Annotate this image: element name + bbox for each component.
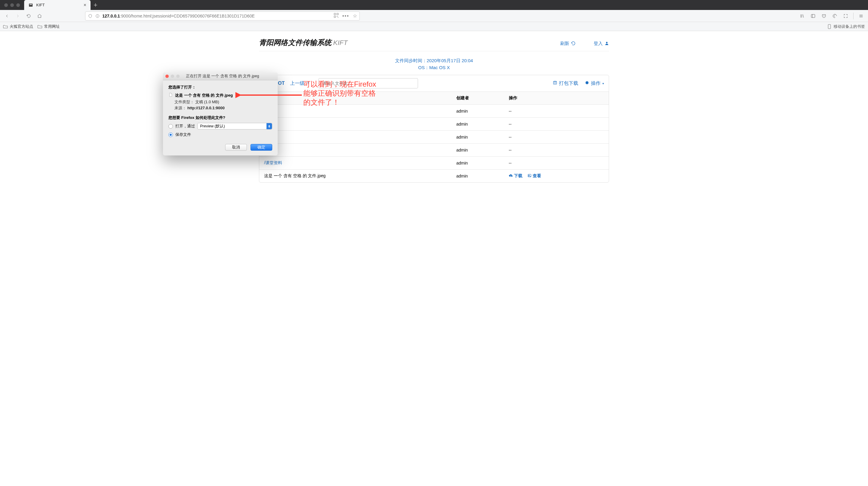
svg-point-4	[97, 15, 97, 15]
svg-rect-7	[334, 16, 336, 18]
new-tab-button[interactable]: +	[91, 1, 100, 9]
meatballs-icon[interactable]: •••	[342, 13, 349, 19]
download-dialog: 正在打开 这是 一个 含有 空格 的 文件.jpeg 您选择了打开： 这是 一个…	[163, 72, 278, 155]
col-name: 文件名	[259, 92, 452, 105]
dialog-source: 来源： http://127.0.0.1:9000	[175, 105, 272, 111]
file-name: 这是 一个 含有 空格 的 文件.jpeg	[259, 170, 452, 183]
svg-rect-10	[811, 14, 815, 18]
tab-title: KIFT	[36, 3, 45, 7]
bookmarks-bar: 火狐官方站点 常用网址 移动设备上的书签	[0, 22, 868, 31]
dialog-question: 您想要 Firefox 如何处理此文件?	[168, 115, 272, 120]
ok-button[interactable]: 确定	[250, 144, 272, 151]
dialog-filetype: 文件类型： 文稿 (1.0 MB)	[175, 99, 272, 105]
app-select[interactable]: Preview (默认)	[197, 123, 272, 129]
svg-rect-15	[828, 25, 831, 29]
radio-icon[interactable]	[168, 124, 173, 129]
status-info: 文件同步时间：2020年05月17日 20:04 OS：Mac OS X	[259, 51, 609, 75]
tab-close-icon[interactable]: ×	[84, 2, 86, 8]
sidebar-toggle-icon[interactable]	[809, 11, 817, 21]
dialog-titlebar[interactable]: 正在打开 这是 一个 含有 空格 的 文件.jpeg	[163, 72, 278, 80]
dialog-min-icon	[171, 74, 174, 78]
radio-save-file[interactable]: 保存文件	[168, 132, 272, 138]
table-row[interactable]: /音乐admin--	[259, 144, 609, 157]
favicon-icon	[28, 3, 33, 7]
table-row[interactable]: /图片admin--	[259, 118, 609, 131]
svg-rect-1	[30, 4, 32, 5]
library-icon[interactable]	[798, 11, 807, 21]
gear-icon	[585, 81, 589, 86]
image-icon	[528, 174, 531, 178]
cancel-button[interactable]: 取消	[225, 144, 247, 151]
chevron-down-icon: ▾	[602, 82, 604, 85]
dialog-filename: 这是 一个 含有 空格 的 文件.jpeg	[168, 92, 272, 98]
svg-rect-9	[338, 17, 338, 18]
pack-download-link[interactable]: 打包下载	[553, 80, 578, 87]
up-arrow-icon	[306, 81, 310, 86]
screenshot-icon[interactable]	[841, 11, 850, 21]
select-value: Preview (默认)	[200, 124, 225, 129]
package-icon	[553, 81, 557, 86]
ops-dropdown[interactable]: 操作 ▾	[585, 80, 604, 87]
browser-tab-bar: KIFT × +	[0, 0, 868, 10]
folder-icon	[37, 24, 42, 29]
dialog-chose-label: 您选择了打开：	[168, 85, 272, 90]
nav-forward-button[interactable]	[13, 11, 22, 21]
table-row[interactable]: 这是 一个 含有 空格 的 文件.jpeg admin 下载 查看	[259, 170, 609, 183]
dialog-max-icon	[176, 74, 180, 78]
file-panel: ROOT 上一级 打包下载 操作 ▾	[259, 75, 609, 183]
menu-icon[interactable]	[857, 11, 866, 21]
radio-open-with[interactable]: 打开，通过 Preview (默认)	[168, 123, 272, 129]
divider	[853, 13, 854, 19]
bookmark-item[interactable]: 火狐官方站点	[3, 24, 33, 29]
browser-tab[interactable]: KIFT ×	[24, 0, 91, 10]
refresh-link[interactable]: 刷新	[560, 41, 576, 47]
nav-back-button[interactable]	[2, 11, 11, 21]
folder-icon	[3, 24, 8, 29]
svg-rect-0	[29, 4, 33, 7]
address-bar[interactable]: 127.0.0.1:9000/home.html;jsessionid=CDD6…	[85, 11, 360, 21]
nav-reload-button[interactable]	[24, 11, 33, 21]
svg-point-16	[606, 42, 608, 43]
search-input[interactable]	[318, 78, 418, 88]
file-table: 文件名 创建者 操作 /视频admin-- /图片admin-- /文档admi…	[259, 91, 609, 182]
bookmark-item[interactable]: 常用网址	[37, 24, 60, 29]
login-link[interactable]: 登入	[594, 41, 609, 47]
window-controls	[0, 3, 24, 7]
brand-title: 青阳网络文件传输系统	[259, 38, 331, 48]
table-row[interactable]: /课堂资料admin--	[259, 157, 609, 170]
file-icon	[168, 92, 173, 98]
svg-rect-5	[334, 13, 336, 15]
download-link[interactable]: 下载	[509, 173, 522, 179]
qr-icon[interactable]	[334, 13, 339, 19]
history-back-icon[interactable]	[830, 11, 839, 21]
mobile-icon	[827, 24, 832, 29]
cloud-download-icon	[509, 174, 513, 178]
user-icon	[604, 41, 609, 47]
view-link[interactable]: 查看	[528, 173, 541, 179]
window-close-icon[interactable]	[4, 3, 8, 7]
select-arrow-icon	[267, 123, 272, 129]
shield-icon	[88, 13, 93, 19]
pocket-icon[interactable]	[819, 11, 829, 21]
svg-rect-6	[337, 13, 338, 15]
nav-home-button[interactable]	[35, 11, 44, 21]
table-row[interactable]: /文档admin--	[259, 131, 609, 144]
window-min-icon[interactable]	[10, 3, 14, 7]
page-header: 青阳网络文件传输系统 KIFT 刷新 登入	[259, 31, 609, 51]
col-creator: 创建者	[452, 92, 504, 105]
mobile-bookmarks[interactable]: 移动设备上的书签	[827, 24, 865, 29]
dialog-close-icon[interactable]	[165, 74, 169, 78]
url-text: 127.0.0.1:9000/home.html;jsessionid=CDD6…	[102, 13, 255, 19]
svg-rect-8	[337, 16, 337, 17]
bookmark-star-icon[interactable]: ☆	[353, 13, 357, 19]
window-max-icon[interactable]	[16, 3, 20, 7]
up-level-link[interactable]: 上一级	[290, 80, 310, 87]
folder-link[interactable]: /课堂资料	[264, 160, 282, 165]
radio-icon[interactable]	[168, 132, 173, 137]
info-icon[interactable]	[95, 13, 100, 19]
browser-toolbar: 127.0.0.1:9000/home.html;jsessionid=CDD6…	[0, 10, 868, 22]
table-row[interactable]: /视频admin--	[259, 105, 609, 118]
col-ops: 操作	[504, 92, 609, 105]
dialog-title: 正在打开 这是 一个 含有 空格 的 文件.jpeg	[182, 74, 275, 79]
brand-subtitle: KIFT	[333, 39, 348, 47]
